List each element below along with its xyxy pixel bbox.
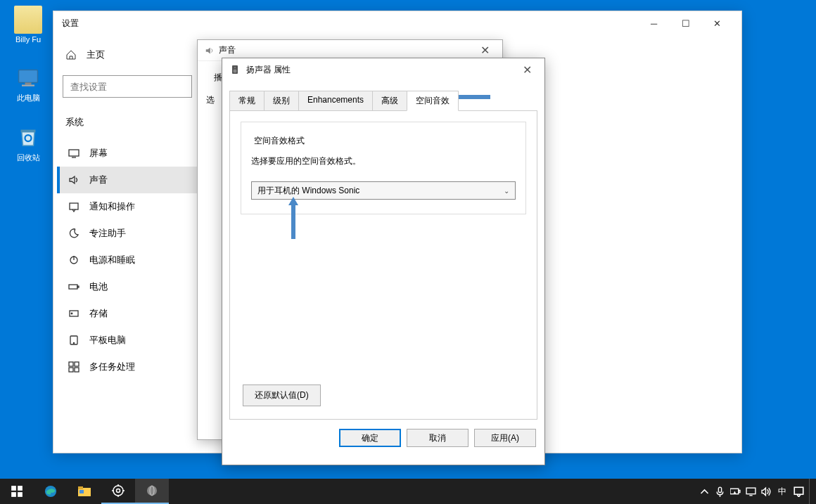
folder-icon xyxy=(78,485,91,498)
battery-icon xyxy=(68,281,79,292)
sidebar-item-notifications[interactable]: 通知和操作 xyxy=(57,193,198,220)
svg-rect-1 xyxy=(25,83,32,85)
pc-icon xyxy=(14,63,42,91)
svg-rect-32 xyxy=(79,490,84,493)
svg-rect-27 xyxy=(11,492,16,497)
sidebar-item-power[interactable]: 电源和睡眠 xyxy=(57,247,198,273)
sound-icon xyxy=(205,46,215,56)
svg-rect-7 xyxy=(70,203,78,209)
tab-levels[interactable]: 级别 xyxy=(264,91,299,111)
sidebar-item-label: 电源和睡眠 xyxy=(89,254,135,266)
close-button[interactable]: ✕ xyxy=(516,63,537,77)
chevron-down-icon: ⌄ xyxy=(504,187,509,195)
multitask-icon xyxy=(68,361,79,373)
folder-icon xyxy=(14,6,42,34)
sidebar-item-multitasking[interactable]: 多任务处理 xyxy=(57,354,198,380)
sidebar-search[interactable] xyxy=(63,75,192,98)
combo-value: 用于耳机的 Windows Sonic xyxy=(257,185,359,197)
fieldset-legend: 空间音效格式 xyxy=(251,135,307,147)
desktop-icon-user[interactable]: Billy Fu xyxy=(7,6,49,44)
speaker-icon xyxy=(229,64,241,75)
start-button[interactable] xyxy=(0,479,34,504)
sidebar-item-label: 平板电脑 xyxy=(89,334,126,347)
svg-point-21 xyxy=(234,70,237,73)
tab-advanced[interactable]: 高级 xyxy=(372,91,407,111)
svg-rect-25 xyxy=(11,486,16,491)
svg-rect-18 xyxy=(69,368,73,372)
annotation-arrow-2 xyxy=(286,197,300,239)
sidebar-item-label: 声音 xyxy=(89,174,108,186)
sidebar-item-focus-assist[interactable]: 专注助手 xyxy=(57,220,198,247)
taskbar-settings[interactable] xyxy=(101,479,135,504)
svg-rect-41 xyxy=(718,487,721,493)
sidebar-item-label: 专注助手 xyxy=(89,227,126,240)
sidebar-section-header: 系统 xyxy=(57,110,198,134)
close-button[interactable]: ✕ xyxy=(701,13,733,34)
tab-general[interactable]: 常规 xyxy=(229,91,264,111)
show-desktop-button[interactable] xyxy=(809,479,813,504)
taskbar-file-explorer[interactable] xyxy=(68,479,101,504)
speaker-dialog-titlebar[interactable]: 扬声器 属性 ✕ xyxy=(222,58,544,81)
tray-monitor-icon[interactable] xyxy=(743,479,758,504)
apply-button[interactable]: 应用(A) xyxy=(474,429,536,447)
power-icon xyxy=(68,254,79,266)
tray-ime-indicator[interactable]: 中 xyxy=(774,486,791,498)
sidebar-item-sound[interactable]: 声音 xyxy=(57,167,198,193)
svg-point-15 xyxy=(73,342,74,343)
notification-icon xyxy=(68,201,79,212)
desktop-icon-this-pc[interactable]: 此电脑 xyxy=(7,63,49,103)
desktop-icon-label: 此电脑 xyxy=(7,93,49,103)
speaker-dialog-title: 扬声器 属性 xyxy=(246,64,291,76)
restore-defaults-button[interactable]: 还原默认值(D) xyxy=(243,385,321,406)
tab-spatial-sound[interactable]: 空间音效 xyxy=(407,91,459,111)
tray-notifications-icon[interactable] xyxy=(791,479,806,504)
svg-rect-31 xyxy=(78,486,83,489)
taskbar-edge[interactable] xyxy=(34,479,68,504)
close-button[interactable]: ✕ xyxy=(474,44,495,57)
dialog-button-row: 确定 取消 应用(A) xyxy=(222,420,544,455)
tab-enhancements[interactable]: Enhancements xyxy=(298,91,373,111)
svg-rect-11 xyxy=(77,286,79,287)
windows-icon xyxy=(11,485,23,498)
tray-chevron-up[interactable] xyxy=(696,479,712,504)
minimize-button[interactable]: ─ xyxy=(638,13,670,34)
speaker-dialog-content: 空间音效格式 选择要应用的空间音效格式。 用于耳机的 Windows Sonic… xyxy=(229,110,537,420)
tray-microphone-icon[interactable] xyxy=(712,479,727,504)
svg-rect-46 xyxy=(794,487,803,494)
sound-icon xyxy=(68,174,79,186)
sidebar-item-tablet[interactable]: 平板电脑 xyxy=(57,327,198,354)
system-tray: 中 xyxy=(696,479,816,504)
svg-marker-24 xyxy=(288,197,298,239)
taskbar-app[interactable] xyxy=(135,479,169,504)
svg-rect-5 xyxy=(69,150,79,156)
search-input[interactable] xyxy=(63,75,192,98)
settings-titlebar[interactable]: 设置 ─ ☐ ✕ xyxy=(53,11,741,36)
sidebar-item-label: 通知和操作 xyxy=(89,200,135,213)
sidebar-item-label: 多任务处理 xyxy=(89,361,135,373)
desktop-icon-recycle-bin[interactable]: 回收站 xyxy=(7,123,49,163)
cancel-button[interactable]: 取消 xyxy=(407,429,468,447)
tray-battery-icon[interactable] xyxy=(727,479,743,504)
sidebar-item-storage[interactable]: 存储 xyxy=(57,300,198,327)
sidebar-home[interactable]: 主页 xyxy=(57,43,198,67)
home-icon xyxy=(65,49,77,60)
globe-icon xyxy=(146,484,158,497)
sidebar-item-display[interactable]: 屏幕 xyxy=(57,140,198,167)
settings-title: 设置 xyxy=(62,18,79,30)
desktop-icon-label: 回收站 xyxy=(7,153,49,163)
sidebar-home-label: 主页 xyxy=(87,49,105,61)
svg-rect-2 xyxy=(22,85,34,86)
ok-button[interactable]: 确定 xyxy=(339,429,401,447)
recycle-bin-icon xyxy=(14,123,42,151)
moon-icon xyxy=(68,228,79,239)
storage-icon xyxy=(68,308,79,319)
maximize-button[interactable]: ☐ xyxy=(670,13,701,34)
svg-rect-3 xyxy=(21,130,36,133)
svg-rect-28 xyxy=(18,492,23,497)
svg-rect-17 xyxy=(75,362,79,366)
svg-rect-0 xyxy=(19,70,38,83)
tray-volume-icon[interactable] xyxy=(758,479,774,504)
svg-point-34 xyxy=(117,489,120,493)
edge-icon xyxy=(44,485,57,498)
sidebar-item-battery[interactable]: 电池 xyxy=(57,273,198,300)
